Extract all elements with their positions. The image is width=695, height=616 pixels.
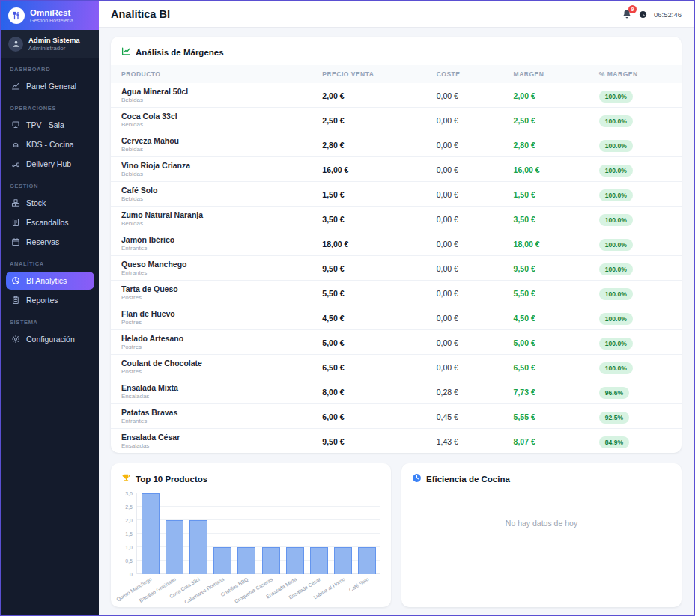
- app-tagline: Gestión Hostelería: [30, 18, 73, 23]
- app-name: OmniRest: [30, 8, 73, 18]
- product-name: Patatas Bravas: [121, 408, 310, 417]
- margin-pct-badge: 100.0%: [599, 91, 633, 103]
- bar-bacalao-gratinado: [166, 520, 183, 574]
- column-header-precio-venta: PRECIO VENTA: [316, 65, 430, 83]
- product-name: Cerveza Mahou: [121, 136, 310, 145]
- sidebar-item-label: BI Analytics: [26, 276, 67, 285]
- price-value: 6,00 €: [322, 412, 344, 421]
- margins-card-title: Análisis de Márgenes: [136, 48, 224, 57]
- sidebar-item-label: TPV - Sala: [26, 121, 64, 129]
- sidebar-item-kds-cocina[interactable]: KDS - Cocina: [6, 135, 94, 153]
- top-products-title: Top 10 Productos: [136, 475, 207, 484]
- product-category: Postres: [121, 344, 310, 350]
- y-tick-label: 0,5: [125, 558, 133, 564]
- column-header-coste: COSTE: [431, 65, 508, 83]
- sidebar-item-label: Reservas: [26, 237, 59, 246]
- table-row: Helado ArtesanoPostres5,00 €0,00 €5,00 €…: [111, 330, 682, 355]
- table-row: Vino Rioja CrianzaBebidas16,00 €0,00 €16…: [111, 157, 682, 182]
- cost-value: 0,00 €: [437, 240, 458, 248]
- y-tick-label: 1,0: [125, 545, 133, 550]
- bar-coca-cola-33cl: [189, 520, 207, 574]
- product-name: Queso Manchego: [121, 260, 310, 269]
- notification-badge: 9: [628, 5, 637, 13]
- top-products-header: Top 10 Productos: [111, 463, 391, 492]
- cost-value: 0,00 €: [437, 91, 458, 100]
- notifications-bell-icon[interactable]: 9: [622, 9, 632, 19]
- product-name: Agua Mineral 50cl: [121, 87, 310, 96]
- product-category: Bebidas: [121, 171, 310, 177]
- margin-pct-badge: 100.0%: [599, 214, 633, 226]
- product-name: Ensalada Mixta: [121, 383, 310, 392]
- table-row: Zumo Natural NaranjaBebidas3,50 €0,00 €3…: [111, 207, 682, 231]
- sidebar-item-bi-analytics[interactable]: BI Analytics: [6, 272, 94, 290]
- table-row: Coca Cola 33clBebidas2,50 €0,00 €2,50 €1…: [111, 108, 682, 132]
- margins-card-header: Análisis de Márgenes: [111, 37, 682, 65]
- product-name: Ensalada César: [121, 433, 310, 442]
- margin-value: 1,50 €: [514, 190, 535, 199]
- cost-value: 0,45 €: [437, 412, 458, 421]
- column-header-producto: PRODUCTO: [111, 65, 316, 83]
- product-name: Coca Cola 33cl: [121, 112, 310, 121]
- delivery-scooter-icon: [11, 159, 20, 168]
- margin-value: 8,07 €: [514, 437, 535, 446]
- cost-value: 1,43 €: [437, 437, 458, 446]
- table-row: Cerveza MahouBebidas2,80 €0,00 €2,80 €10…: [111, 132, 682, 157]
- bar-costillas-bbq: [237, 547, 255, 574]
- pos-terminal-icon: [11, 121, 20, 129]
- blue-clock-icon: [412, 472, 422, 486]
- bar-queso-manchego: [142, 493, 160, 574]
- product-category: Entrantes: [121, 245, 310, 251]
- chart-x-labels: Queso ManchegoBacalao GratinadoCoca Cola…: [136, 574, 380, 601]
- cost-value: 0,00 €: [437, 165, 458, 174]
- price-value: 18,00 €: [322, 240, 348, 248]
- price-value: 9,50 €: [322, 437, 344, 446]
- cost-value: 0,00 €: [437, 363, 458, 372]
- page-title: Analítica BI: [111, 8, 170, 20]
- sidebar-item-label: Configuración: [26, 335, 75, 344]
- price-value: 5,00 €: [322, 338, 344, 347]
- margin-value: 2,00 €: [514, 91, 535, 100]
- margin-value: 2,80 €: [514, 141, 535, 150]
- cost-value: 0,00 €: [437, 215, 458, 224]
- chart-line-icon: [11, 82, 20, 91]
- margin-pct-badge: 96.6%: [599, 387, 629, 399]
- price-value: 2,80 €: [322, 141, 344, 150]
- margin-pct-badge: 100.0%: [599, 263, 633, 275]
- sidebar-item-tpv-sala[interactable]: TPV - Sala: [6, 116, 94, 134]
- report-icon: [11, 296, 20, 305]
- product-category: Postres: [121, 368, 310, 375]
- price-value: 4,50 €: [322, 314, 344, 323]
- y-tick-label: 1,5: [125, 531, 133, 537]
- sidebar-item-delivery-hub[interactable]: Delivery Hub: [6, 155, 94, 173]
- topbar-right: 9 06:52:46: [622, 9, 682, 19]
- kitchen-card-title: Eficiencia de Cocina: [426, 475, 510, 484]
- x-tick-label: Café Solo: [355, 574, 379, 601]
- product-name: Flan de Huevo: [121, 309, 310, 318]
- column-header-pct-margen: % MARGEN: [593, 65, 682, 83]
- product-category: Bebidas: [121, 220, 310, 227]
- sidebar-item-escandallos[interactable]: Escandallos: [6, 213, 94, 231]
- bar-lubina-al-horno: [334, 547, 352, 574]
- y-tick-label: 0: [130, 572, 133, 577]
- main-area: Analítica BI 9 06:52:46 Anális: [99, 1, 694, 615]
- sidebar-item-reservas[interactable]: Reservas: [6, 233, 94, 251]
- sidebar-item-stock[interactable]: Stock: [6, 194, 94, 212]
- sidebar-item-panel-general[interactable]: Panel General: [6, 77, 94, 95]
- sidebar-item-reportes[interactable]: Reportes: [6, 291, 94, 309]
- price-value: 5,50 €: [322, 289, 344, 298]
- product-category: Postres: [121, 294, 310, 301]
- bottom-row: Top 10 Productos 00,51,01,52,02,53,0 Que…: [111, 463, 682, 607]
- product-name: Jamón Ibérico: [121, 235, 310, 244]
- margin-pct-badge: 84.9%: [599, 436, 629, 448]
- chart-bars: [137, 493, 380, 574]
- margin-pct-badge: 92.5%: [599, 412, 629, 424]
- top-products-chart: 00,51,01,52,02,53,0 Queso ManchegoBacala…: [111, 492, 391, 604]
- sidebar-item-configuraci-n[interactable]: Configuración: [6, 330, 94, 348]
- kitchen-efficiency-card: Eficiencia de Cocina No hay datos de hoy: [401, 463, 682, 607]
- current-time: 06:52:46: [654, 10, 682, 19]
- table-row: Jamón IbéricoEntrantes18,00 €0,00 €18,00…: [111, 231, 682, 256]
- y-tick-label: 2,5: [125, 504, 133, 510]
- product-category: Ensaladas: [121, 393, 310, 400]
- margin-value: 7,73 €: [514, 388, 535, 397]
- calendar-icon: [11, 237, 20, 246]
